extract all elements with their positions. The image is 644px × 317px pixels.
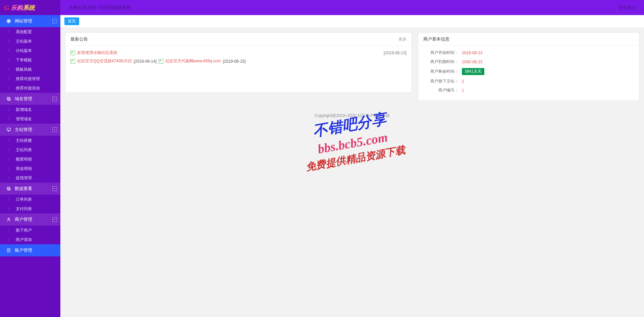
nav-item-2-3[interactable]: 〉资金明细 [0, 164, 60, 173]
chevron-right-icon: 〉 [8, 117, 11, 121]
info-value: 2018-09-23 [462, 51, 482, 55]
chevron-right-icon: 〉 [8, 77, 11, 81]
nav-item-label: 订单列表 [16, 197, 32, 202]
nav-item-0-5[interactable]: 〉推荐对接管理 [0, 74, 60, 83]
nav-item-label: 旗下商户 [16, 228, 32, 233]
nav-section-1[interactable]: 域名管理− [0, 93, 60, 105]
chevron-right-icon: 〉 [8, 138, 11, 143]
chevron-right-icon: 〉 [8, 148, 11, 152]
info-value: 1 [462, 88, 464, 93]
chevron-right-icon: 〉 [8, 49, 11, 53]
chevron-right-icon: 〉 [8, 86, 11, 90]
nav-item-label: 资金明细 [16, 166, 32, 172]
nav-item-label: 主站版本 [16, 39, 32, 44]
nav-item-2-0[interactable]: 〉主站搭建 [0, 136, 60, 145]
collapse-icon: − [52, 127, 57, 132]
announcement-link[interactable]: 欢迎使用乐购社区系统 [77, 50, 117, 56]
nav-item-1-0[interactable]: 〉新增域名 [0, 105, 60, 114]
announcements-more-link[interactable]: 更多 [398, 37, 407, 42]
nav-item-label: 推荐对接管理 [16, 76, 40, 82]
watermark-line3: 免费提供精品资源下载 [305, 143, 406, 174]
breadcrumb-home[interactable]: 首页 [64, 17, 79, 25]
announcement-date: [2019-06-15] [223, 59, 246, 64]
nav-item-2-4[interactable]: 〉提现管理 [0, 173, 60, 183]
chevron-right-icon: 〉 [8, 39, 11, 44]
nav-item-0-6[interactable]: 〉推荐对接添加 [0, 83, 60, 93]
nav-item-3-1[interactable]: 〉支付列表 [0, 204, 60, 213]
nav-item-label: 系统配置 [16, 29, 32, 35]
monitor-icon [5, 127, 12, 132]
svg-rect-9 [8, 188, 10, 190]
info-label: 商户到期时间： [423, 59, 459, 65]
chevron-right-icon: 〉 [8, 197, 11, 202]
info-label: 商户剩余时间： [423, 69, 459, 74]
nav-section-3[interactable]: 数据查看− [0, 183, 60, 195]
nav-item-label: 支付列表 [16, 206, 32, 212]
nav-item-0-4[interactable]: 〉模板风格 [0, 65, 60, 74]
nav-item-2-2[interactable]: 〉额度明细 [0, 154, 60, 164]
nav-item-label: 商户添加 [16, 237, 32, 243]
svg-rect-4 [8, 98, 10, 101]
image-placeholder-icon [159, 59, 163, 64]
footer-copyright: Copyright@2019~2020 社区商户管理系统 [60, 106, 644, 132]
collapse-icon: − [52, 19, 57, 23]
info-label: 商户旗下主站： [423, 78, 459, 84]
announcements-title: 最新公告 [70, 36, 398, 42]
nav-item-label: 新增域名 [16, 107, 32, 113]
nav-item-1-1[interactable]: 〉管理域名 [0, 114, 60, 124]
nav-item-0-2[interactable]: 〉分站版本 [0, 46, 60, 55]
merchant-info-card: 商户基本信息 商户开始时间： 2018-09-23 商户到期时间： 2030-0… [418, 33, 639, 101]
svg-rect-5 [7, 97, 9, 100]
nav-item-label: 模板风格 [16, 67, 32, 72]
info-value: 2030-09-23 [462, 60, 482, 64]
nav-item-label: 主站列表 [16, 147, 32, 153]
nav-item-4-0[interactable]: 〉旗下商户 [0, 226, 60, 235]
info-row-id: 商户编号： 1 [423, 87, 634, 93]
nav-section-5[interactable]: 账户管理 [0, 244, 60, 256]
nav-item-4-1[interactable]: 〉商户添加 [0, 235, 60, 244]
nav-item-label: 推荐对接添加 [16, 85, 40, 91]
collapse-icon: − [52, 186, 57, 191]
info-row-sites: 商户旗下主站： 2 [423, 78, 634, 84]
chevron-right-icon: 〉 [8, 108, 11, 112]
nav-section-0[interactable]: 网站管理− [0, 15, 60, 27]
chevron-right-icon: 〉 [8, 67, 11, 72]
announcement-link[interactable]: 社区官方代刷网www.459q.com [165, 58, 221, 64]
logout-link[interactable]: 安全退出 [619, 5, 636, 11]
svg-point-11 [8, 218, 10, 219]
brand-text-b: 系统 [23, 4, 35, 12]
merchant-info-title: 商户基本信息 [423, 36, 634, 42]
chevron-right-icon: 〉 [8, 207, 11, 211]
announcement-row: 社区官方QQ交流群474381515 [2019-06-14] 社区官方代刷网w… [70, 58, 407, 64]
chevron-right-icon: 〉 [8, 238, 11, 242]
nav-item-label: 分站版本 [16, 48, 32, 54]
nav-item-3-0[interactable]: 〉订单列表 [0, 195, 60, 204]
collapse-icon: − [52, 217, 57, 222]
main-area: 乐购社区系统-社区控端端系统 安全退出 首页 最新公告 更多 欢迎使用乐购社区系… [60, 0, 644, 317]
image-placeholder-icon [70, 59, 75, 64]
topbar: 乐购社区系统-社区控端端系统 安全退出 [60, 0, 644, 15]
info-row-remain: 商户剩余时间： 3841天天 [423, 68, 634, 75]
chevron-right-icon: 〉 [8, 157, 11, 162]
image-placeholder-icon [70, 51, 75, 55]
nav-item-2-1[interactable]: 〉主站列表 [0, 145, 60, 154]
announcement-link[interactable]: 社区官方QQ交流群474381515 [77, 58, 132, 64]
nav-section-label: 账户管理 [15, 247, 57, 253]
chevron-right-icon: 〉 [8, 176, 11, 180]
atom-icon [5, 19, 12, 23]
svg-rect-10 [7, 187, 9, 189]
sidebar: G 乐购 系统 网站管理−〉系统配置〉主站版本〉分站版本〉下单模板〉模板风格〉推… [0, 0, 60, 317]
nav-section-4[interactable]: 商户管理− [0, 213, 60, 226]
nav-item-0-3[interactable]: 〉下单模板 [0, 55, 60, 65]
chevron-right-icon: 〉 [8, 167, 11, 171]
nav-item-label: 下单模板 [16, 57, 32, 63]
nav-section-2[interactable]: 主站管理− [0, 124, 60, 136]
info-label: 商户编号： [423, 87, 459, 93]
nav-item-0-0[interactable]: 〉系统配置 [0, 27, 60, 37]
brand-mark: G [4, 3, 9, 12]
announcement-date: [2019-06-13] [384, 51, 407, 55]
nav-item-0-1[interactable]: 〉主站版本 [0, 37, 60, 46]
chevron-right-icon: 〉 [8, 58, 11, 62]
nav-item-label: 额度明细 [16, 156, 32, 162]
nav-section-label: 网站管理 [15, 18, 52, 24]
